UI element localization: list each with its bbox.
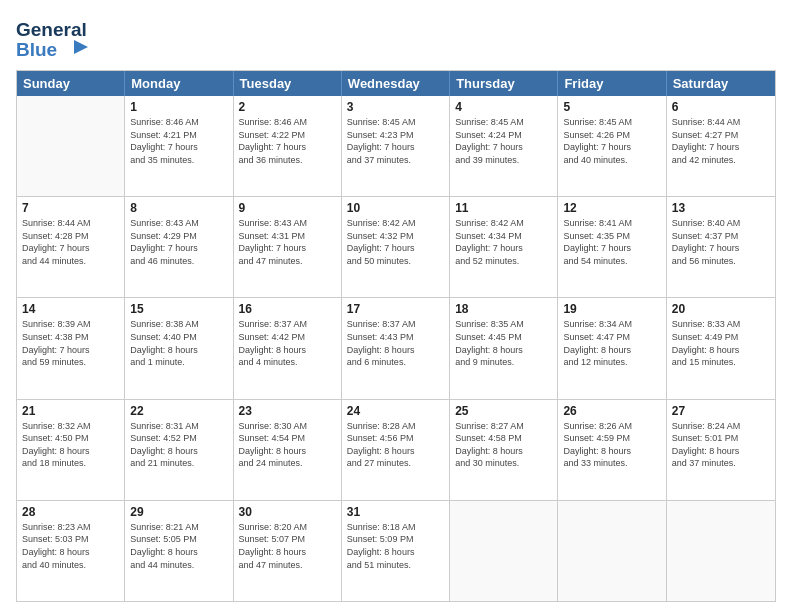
calendar-day-8: 8Sunrise: 8:43 AMSunset: 4:29 PMDaylight… [125, 197, 233, 297]
day-info: Sunrise: 8:42 AMSunset: 4:34 PMDaylight:… [455, 217, 552, 267]
calendar-day-2: 2Sunrise: 8:46 AMSunset: 4:22 PMDaylight… [234, 96, 342, 196]
day-info: Sunrise: 8:37 AMSunset: 4:43 PMDaylight:… [347, 318, 444, 368]
calendar-day-11: 11Sunrise: 8:42 AMSunset: 4:34 PMDayligh… [450, 197, 558, 297]
day-info: Sunrise: 8:24 AMSunset: 5:01 PMDaylight:… [672, 420, 770, 470]
day-number: 22 [130, 404, 227, 418]
day-info: Sunrise: 8:20 AMSunset: 5:07 PMDaylight:… [239, 521, 336, 571]
day-number: 14 [22, 302, 119, 316]
day-number: 3 [347, 100, 444, 114]
calendar-day-30: 30Sunrise: 8:20 AMSunset: 5:07 PMDayligh… [234, 501, 342, 601]
day-info: Sunrise: 8:40 AMSunset: 4:37 PMDaylight:… [672, 217, 770, 267]
day-number: 15 [130, 302, 227, 316]
day-info: Sunrise: 8:45 AMSunset: 4:24 PMDaylight:… [455, 116, 552, 166]
calendar-day-28: 28Sunrise: 8:23 AMSunset: 5:03 PMDayligh… [17, 501, 125, 601]
day-info: Sunrise: 8:43 AMSunset: 4:31 PMDaylight:… [239, 217, 336, 267]
calendar-week-4: 28Sunrise: 8:23 AMSunset: 5:03 PMDayligh… [17, 500, 775, 601]
calendar-header-row: SundayMondayTuesdayWednesdayThursdayFrid… [17, 71, 775, 96]
calendar-header-saturday: Saturday [667, 71, 775, 96]
day-info: Sunrise: 8:30 AMSunset: 4:54 PMDaylight:… [239, 420, 336, 470]
calendar-day-9: 9Sunrise: 8:43 AMSunset: 4:31 PMDaylight… [234, 197, 342, 297]
calendar-header-wednesday: Wednesday [342, 71, 450, 96]
header: GeneralBlue [16, 16, 776, 60]
day-info: Sunrise: 8:44 AMSunset: 4:27 PMDaylight:… [672, 116, 770, 166]
day-info: Sunrise: 8:23 AMSunset: 5:03 PMDaylight:… [22, 521, 119, 571]
calendar-day-19: 19Sunrise: 8:34 AMSunset: 4:47 PMDayligh… [558, 298, 666, 398]
calendar-day-6: 6Sunrise: 8:44 AMSunset: 4:27 PMDaylight… [667, 96, 775, 196]
day-number: 6 [672, 100, 770, 114]
logo-svg: GeneralBlue [16, 16, 96, 60]
day-number: 21 [22, 404, 119, 418]
calendar-header-monday: Monday [125, 71, 233, 96]
day-number: 27 [672, 404, 770, 418]
day-number: 23 [239, 404, 336, 418]
day-info: Sunrise: 8:31 AMSunset: 4:52 PMDaylight:… [130, 420, 227, 470]
calendar-day-25: 25Sunrise: 8:27 AMSunset: 4:58 PMDayligh… [450, 400, 558, 500]
day-number: 10 [347, 201, 444, 215]
calendar-day-13: 13Sunrise: 8:40 AMSunset: 4:37 PMDayligh… [667, 197, 775, 297]
calendar-day-7: 7Sunrise: 8:44 AMSunset: 4:28 PMDaylight… [17, 197, 125, 297]
calendar-day-16: 16Sunrise: 8:37 AMSunset: 4:42 PMDayligh… [234, 298, 342, 398]
calendar-week-3: 21Sunrise: 8:32 AMSunset: 4:50 PMDayligh… [17, 399, 775, 500]
calendar-header-tuesday: Tuesday [234, 71, 342, 96]
calendar-day-empty [17, 96, 125, 196]
calendar: SundayMondayTuesdayWednesdayThursdayFrid… [16, 70, 776, 602]
day-number: 1 [130, 100, 227, 114]
day-number: 29 [130, 505, 227, 519]
calendar-day-15: 15Sunrise: 8:38 AMSunset: 4:40 PMDayligh… [125, 298, 233, 398]
calendar-body: 1Sunrise: 8:46 AMSunset: 4:21 PMDaylight… [17, 96, 775, 601]
calendar-day-empty [558, 501, 666, 601]
day-info: Sunrise: 8:35 AMSunset: 4:45 PMDaylight:… [455, 318, 552, 368]
day-number: 18 [455, 302, 552, 316]
day-info: Sunrise: 8:18 AMSunset: 5:09 PMDaylight:… [347, 521, 444, 571]
calendar-day-14: 14Sunrise: 8:39 AMSunset: 4:38 PMDayligh… [17, 298, 125, 398]
day-info: Sunrise: 8:37 AMSunset: 4:42 PMDaylight:… [239, 318, 336, 368]
calendar-day-31: 31Sunrise: 8:18 AMSunset: 5:09 PMDayligh… [342, 501, 450, 601]
day-info: Sunrise: 8:46 AMSunset: 4:22 PMDaylight:… [239, 116, 336, 166]
calendar-day-17: 17Sunrise: 8:37 AMSunset: 4:43 PMDayligh… [342, 298, 450, 398]
day-number: 24 [347, 404, 444, 418]
day-number: 5 [563, 100, 660, 114]
day-info: Sunrise: 8:42 AMSunset: 4:32 PMDaylight:… [347, 217, 444, 267]
day-info: Sunrise: 8:32 AMSunset: 4:50 PMDaylight:… [22, 420, 119, 470]
calendar-header-friday: Friday [558, 71, 666, 96]
day-info: Sunrise: 8:28 AMSunset: 4:56 PMDaylight:… [347, 420, 444, 470]
calendar-day-21: 21Sunrise: 8:32 AMSunset: 4:50 PMDayligh… [17, 400, 125, 500]
calendar-day-27: 27Sunrise: 8:24 AMSunset: 5:01 PMDayligh… [667, 400, 775, 500]
day-number: 7 [22, 201, 119, 215]
day-info: Sunrise: 8:46 AMSunset: 4:21 PMDaylight:… [130, 116, 227, 166]
day-number: 17 [347, 302, 444, 316]
calendar-day-1: 1Sunrise: 8:46 AMSunset: 4:21 PMDaylight… [125, 96, 233, 196]
svg-marker-2 [74, 40, 88, 54]
day-number: 8 [130, 201, 227, 215]
day-number: 26 [563, 404, 660, 418]
calendar-day-5: 5Sunrise: 8:45 AMSunset: 4:26 PMDaylight… [558, 96, 666, 196]
day-info: Sunrise: 8:33 AMSunset: 4:49 PMDaylight:… [672, 318, 770, 368]
calendar-week-2: 14Sunrise: 8:39 AMSunset: 4:38 PMDayligh… [17, 297, 775, 398]
day-number: 13 [672, 201, 770, 215]
day-number: 12 [563, 201, 660, 215]
day-number: 30 [239, 505, 336, 519]
day-info: Sunrise: 8:27 AMSunset: 4:58 PMDaylight:… [455, 420, 552, 470]
day-number: 19 [563, 302, 660, 316]
day-info: Sunrise: 8:45 AMSunset: 4:23 PMDaylight:… [347, 116, 444, 166]
day-number: 16 [239, 302, 336, 316]
day-info: Sunrise: 8:39 AMSunset: 4:38 PMDaylight:… [22, 318, 119, 368]
calendar-day-29: 29Sunrise: 8:21 AMSunset: 5:05 PMDayligh… [125, 501, 233, 601]
calendar-day-24: 24Sunrise: 8:28 AMSunset: 4:56 PMDayligh… [342, 400, 450, 500]
calendar-day-12: 12Sunrise: 8:41 AMSunset: 4:35 PMDayligh… [558, 197, 666, 297]
day-info: Sunrise: 8:44 AMSunset: 4:28 PMDaylight:… [22, 217, 119, 267]
logo: GeneralBlue [16, 16, 96, 60]
day-info: Sunrise: 8:41 AMSunset: 4:35 PMDaylight:… [563, 217, 660, 267]
calendar-day-empty [450, 501, 558, 601]
day-number: 28 [22, 505, 119, 519]
day-info: Sunrise: 8:21 AMSunset: 5:05 PMDaylight:… [130, 521, 227, 571]
svg-text:General: General [16, 19, 87, 40]
day-number: 20 [672, 302, 770, 316]
calendar-day-18: 18Sunrise: 8:35 AMSunset: 4:45 PMDayligh… [450, 298, 558, 398]
calendar-day-20: 20Sunrise: 8:33 AMSunset: 4:49 PMDayligh… [667, 298, 775, 398]
day-number: 31 [347, 505, 444, 519]
day-number: 25 [455, 404, 552, 418]
calendar-week-1: 7Sunrise: 8:44 AMSunset: 4:28 PMDaylight… [17, 196, 775, 297]
calendar-header-sunday: Sunday [17, 71, 125, 96]
day-number: 2 [239, 100, 336, 114]
